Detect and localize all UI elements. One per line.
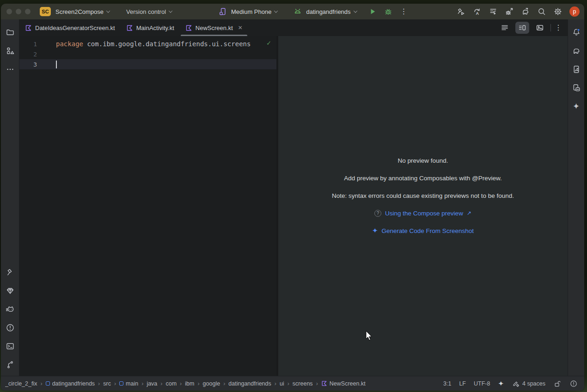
code-line[interactable]: 2 xyxy=(19,49,276,59)
notifications-tool-button[interactable] xyxy=(568,23,584,42)
run-button[interactable] xyxy=(368,7,377,16)
breadcrumb-item[interactable]: src xyxy=(103,380,111,387)
debug-button[interactable] xyxy=(384,7,393,16)
svg-text:A: A xyxy=(476,11,479,16)
build-run-icon[interactable] xyxy=(456,7,465,16)
breadcrumb-item[interactable]: google xyxy=(203,380,220,387)
preview-hint: Add preview by annotating Composables wi… xyxy=(344,169,502,187)
sparkle-icon: ✦ xyxy=(573,102,580,110)
breadcrumb-item[interactable]: ui xyxy=(280,380,284,387)
breadcrumb-item[interactable]: _circle_2_fix xyxy=(5,380,37,387)
breadcrumb-item[interactable]: datingandfriends xyxy=(228,380,271,387)
cat-icon xyxy=(6,305,15,314)
search-icon[interactable] xyxy=(537,7,546,16)
ai-assistant-sparkle-icon[interactable]: ✦ xyxy=(498,380,504,388)
caret-position-widget[interactable]: 3:1 xyxy=(443,380,451,387)
terminal-icon xyxy=(6,342,15,351)
version-control-menu[interactable]: Version control xyxy=(126,8,172,15)
code-editor[interactable]: 1 package com.ibm.google.datingandfriend… xyxy=(19,36,276,376)
resource-manager-tool-button[interactable] xyxy=(1,42,19,60)
kotlin-file-icon xyxy=(321,380,327,386)
more-tool-windows-button[interactable] xyxy=(1,60,19,79)
module-icon xyxy=(46,381,50,386)
project-tool-button[interactable] xyxy=(1,23,19,42)
tab-label: NewScreen.kt xyxy=(196,24,233,31)
titlebar-right-toolbar: A p xyxy=(456,4,580,19)
device-selector-label: Medium Phone xyxy=(231,8,271,15)
running-devices-tool-button[interactable] xyxy=(568,60,584,79)
attach-debugger-icon[interactable] xyxy=(505,7,514,16)
apply-changes-icon[interactable]: A xyxy=(472,7,482,16)
encoding-widget[interactable]: UTF-8 xyxy=(474,380,490,387)
indent-config-icon xyxy=(512,380,520,388)
gradle-sync-icon[interactable] xyxy=(521,7,530,16)
settings-gear-icon[interactable] xyxy=(553,7,563,16)
minimize-window-button[interactable] xyxy=(16,9,21,14)
divider xyxy=(550,24,551,31)
zoom-window-button[interactable] xyxy=(25,9,31,14)
split-view-button[interactable] xyxy=(515,22,529,34)
breadcrumb-item-file[interactable]: NewScreen.kt xyxy=(321,380,366,387)
line-number: 1 xyxy=(26,41,37,48)
error-notice-icon[interactable] xyxy=(569,380,578,388)
breadcrumb-item[interactable]: main xyxy=(119,380,138,387)
reload-changes-icon[interactable] xyxy=(489,7,498,16)
window-controls xyxy=(6,9,31,14)
version-control-tool-button[interactable] xyxy=(1,355,19,374)
breadcrumb-item[interactable]: datingandfriends xyxy=(46,380,95,387)
kotlin-file-icon xyxy=(25,24,32,31)
gemini-tool-button[interactable]: ✦ xyxy=(568,97,584,116)
breadcrumb-item[interactable]: com xyxy=(165,380,177,387)
inspection-status-icon[interactable]: ✓ xyxy=(267,39,271,47)
gradle-tool-button[interactable] xyxy=(568,42,584,60)
breadcrumb-item[interactable]: screens xyxy=(293,380,313,387)
breadcrumb-separator: › xyxy=(287,380,289,387)
gem-icon xyxy=(6,286,15,295)
close-window-button[interactable] xyxy=(6,9,12,14)
close-tab-icon[interactable]: ✕ xyxy=(238,24,243,31)
android-icon xyxy=(293,7,302,16)
indent-widget[interactable]: 4 spaces xyxy=(512,380,545,388)
folder-icon xyxy=(6,28,15,37)
run-configuration-selector[interactable]: datingandfriends xyxy=(306,8,356,15)
status-bar: _circle_2_fix › datingandfriends › src ›… xyxy=(1,376,584,391)
code-view-icon xyxy=(500,23,509,32)
tab-mainactivity[interactable]: MainActivity.kt xyxy=(121,19,180,36)
generate-code-from-screenshot-link[interactable]: ✦ Generate Code From Screenshot xyxy=(372,222,474,239)
design-view-button[interactable] xyxy=(533,22,547,34)
tab-dateideasgeneratorscreen[interactable]: DateIdeasGeneratorScreen.kt xyxy=(19,19,121,36)
terminal-tool-button[interactable] xyxy=(1,337,19,355)
code-view-button[interactable] xyxy=(498,22,512,34)
lock-icon[interactable] xyxy=(553,380,562,388)
git-branch-icon xyxy=(6,360,15,369)
build-tool-button[interactable] xyxy=(1,263,19,282)
breadcrumbs: _circle_2_fix › datingandfriends › src ›… xyxy=(5,380,366,387)
line-separator-widget[interactable]: LF xyxy=(459,380,466,387)
code-line[interactable]: 1 package com.ibm.google.datingandfriend… xyxy=(19,39,276,49)
compose-preview-help-link[interactable]: ? Using the Compose preview ↗ xyxy=(374,204,471,222)
more-horizontal-icon xyxy=(6,65,15,74)
tab-newscreen[interactable]: NewScreen.kt ✕ xyxy=(180,19,248,36)
external-link-icon: ↗ xyxy=(467,210,471,216)
editor-more-options-button[interactable]: ⋮ xyxy=(555,24,562,31)
more-actions-button[interactable]: ⋮ xyxy=(400,8,408,15)
breadcrumb-item[interactable]: java xyxy=(147,380,157,387)
code-line-current[interactable]: 3 xyxy=(19,59,276,69)
editor-column: DateIdeasGeneratorScreen.kt MainActivity… xyxy=(19,19,568,376)
device-selector[interactable]: Medium Phone xyxy=(231,8,277,15)
app-quality-insights-tool-button[interactable] xyxy=(1,282,19,300)
ide-window: SC Screen2Compose Version control Medium… xyxy=(1,4,584,391)
logcat-tool-button[interactable] xyxy=(1,300,19,318)
kotlin-file-icon xyxy=(185,24,192,31)
breadcrumb-item[interactable]: ibm xyxy=(185,380,194,387)
problems-tool-button[interactable] xyxy=(1,318,19,337)
project-menu[interactable]: Screen2Compose xyxy=(55,8,110,15)
exclamation-circle-icon xyxy=(6,323,15,332)
tab-label: DateIdeasGeneratorScreen.kt xyxy=(35,24,115,31)
chevron-down-icon xyxy=(169,9,172,12)
breadcrumb-separator: › xyxy=(197,380,199,387)
help-link-label: Using the Compose preview xyxy=(385,210,463,217)
device-manager-tool-button[interactable] xyxy=(568,79,584,97)
editor-tab-bar: DateIdeasGeneratorScreen.kt MainActivity… xyxy=(19,19,568,36)
profile-avatar[interactable]: p xyxy=(569,6,580,17)
